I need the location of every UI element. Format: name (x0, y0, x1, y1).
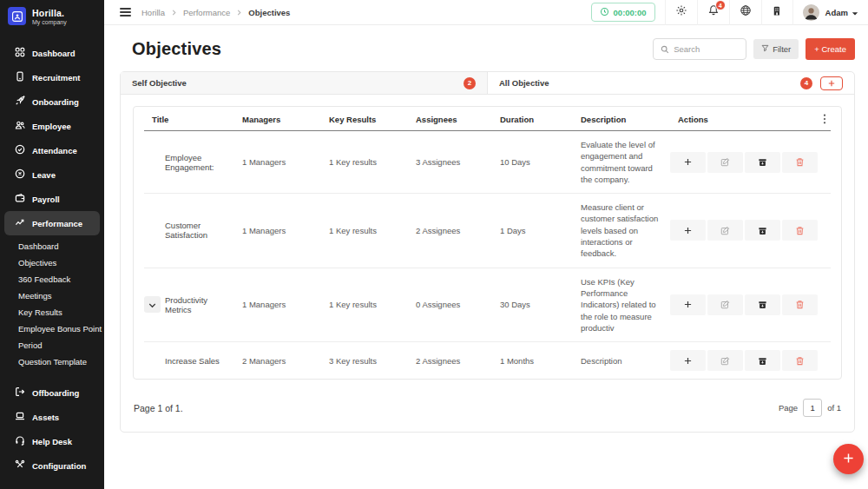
sidebar-item-onboarding[interactable]: Onboarding (0, 89, 104, 114)
edit-button[interactable] (707, 294, 743, 315)
managers-cell: 1 Managers (234, 300, 321, 309)
sidebar-item-label: Employee (32, 122, 71, 131)
filter-button[interactable]: Filter (753, 39, 799, 59)
sidebar-item-employee[interactable]: Employee (0, 114, 104, 138)
sidebar-item-performance[interactable]: Performance (4, 211, 100, 235)
add-key-result-button[interactable] (670, 350, 706, 371)
sidebar-item-label: Configuration (32, 461, 86, 471)
sidebar-item-assets[interactable]: Assets (0, 405, 104, 429)
hamburger-menu-icon[interactable] (120, 8, 131, 17)
objective-title: Customer Satisfaction (165, 221, 234, 240)
quick-add-fab-button[interactable] (833, 444, 864, 474)
sidebar-item-attendance[interactable]: Attendance (0, 138, 104, 162)
notifications-button[interactable]: 4 (697, 0, 729, 25)
archive-button[interactable] (745, 350, 780, 371)
objective-title: Employee Engagement: (165, 153, 234, 172)
language-button[interactable] (729, 0, 761, 25)
submenu-item-key-results[interactable]: Key Results (0, 304, 104, 320)
brand-name: Horilla. (32, 8, 67, 18)
archive-button[interactable] (745, 152, 780, 173)
tools-icon (15, 459, 25, 472)
archive-button[interactable] (745, 294, 780, 315)
sidebar-item-label: Assets (32, 413, 59, 422)
chevron-right-icon (236, 8, 242, 17)
column-header-assignees: Assignees (408, 115, 492, 124)
people-icon (15, 120, 25, 132)
submenu-item-dashboard[interactable]: Dashboard (0, 238, 104, 254)
delete-button[interactable] (782, 152, 818, 173)
delete-button[interactable] (782, 220, 818, 241)
breadcrumb-objectives[interactable]: Objectives (248, 8, 290, 17)
sidebar-item-label: Offboarding (32, 388, 79, 398)
laptop-icon (15, 411, 25, 423)
create-button[interactable]: + Create (806, 38, 855, 60)
column-header-actions: Actions (670, 115, 818, 124)
breadcrumb-horilla[interactable]: Horilla (141, 8, 165, 17)
submenu-item-360-feedback[interactable]: 360 Feedback (0, 271, 104, 287)
tab-all-objective[interactable]: All Objective 4 (488, 72, 854, 94)
tab-self-objective[interactable]: Self Objective 2 (121, 72, 488, 94)
assignees-cell: 3 Assignees (408, 157, 492, 167)
check-in-timer-button[interactable]: 00:00:00 (591, 3, 655, 22)
attendance-timer: 00:00:00 (582, 0, 665, 25)
gear-icon (675, 4, 687, 20)
funnel-icon (761, 44, 769, 54)
search-box (653, 38, 746, 60)
globe-icon (740, 4, 752, 20)
settings-button[interactable] (665, 0, 697, 25)
timer-value: 00:00:00 (614, 8, 647, 17)
edit-button[interactable] (707, 220, 743, 241)
edit-button[interactable] (707, 350, 743, 371)
sidebar-item-help-desk[interactable]: Help Desk (0, 429, 104, 453)
page-number-input[interactable] (803, 399, 822, 417)
exit-icon (15, 387, 25, 399)
page-of-label: of 1 (827, 403, 841, 413)
sidebar-item-offboarding[interactable]: Offboarding (0, 380, 104, 405)
sidebar-item-label: Performance (32, 219, 82, 228)
duration-cell: 30 Days (492, 300, 573, 309)
add-key-result-button[interactable] (670, 220, 706, 241)
device-icon (15, 71, 25, 83)
submenu-item-period[interactable]: Period (0, 337, 104, 354)
edit-button[interactable] (707, 152, 743, 173)
add-key-result-button[interactable] (670, 152, 706, 173)
delete-button[interactable] (782, 350, 818, 371)
table-header-row: Title Managers Key Results Assignees Dur… (144, 107, 831, 131)
column-options-kebab-icon[interactable] (818, 114, 832, 124)
delete-button[interactable] (782, 294, 818, 315)
archive-button[interactable] (745, 220, 780, 241)
table-row: Customer Satisfaction 1 Managers 1 Key r… (144, 194, 831, 268)
sidebar-item-label: Dashboard (32, 49, 76, 58)
description-cell: Use KPIs (Key Performance Indicators) re… (573, 276, 670, 334)
sidebar-item-leave[interactable]: Leave (0, 162, 104, 187)
bell-icon: 4 (707, 4, 720, 20)
add-objective-button[interactable] (820, 76, 843, 90)
objective-title: Increase Sales (165, 356, 220, 366)
sidebar-item-configuration[interactable]: Configuration (0, 453, 104, 478)
submenu-item-employee-bonus-point[interactable]: Employee Bonus Point (0, 320, 104, 337)
key-results-cell: 3 Key results (321, 356, 408, 366)
company-button[interactable] (761, 0, 792, 25)
column-header-description: Description (573, 115, 670, 124)
user-menu[interactable]: Adam (792, 0, 868, 25)
expand-row-button[interactable] (144, 296, 161, 313)
wallet-icon (15, 193, 25, 205)
performance-submenu: Dashboard Objectives 360 Feedback Meetin… (0, 235, 104, 375)
submenu-item-question-template[interactable]: Question Template (0, 354, 104, 370)
sidebar-item-recruitment[interactable]: Recruitment (0, 65, 104, 89)
search-input[interactable] (674, 44, 739, 54)
check-circle-icon (15, 144, 25, 156)
submenu-item-objectives[interactable]: Objectives (0, 254, 104, 271)
brand-logo[interactable]: Horilla. My company (0, 0, 104, 30)
breadcrumb: Horilla Performance Objectives (141, 8, 290, 17)
plus-icon (843, 453, 854, 466)
sidebar-item-dashboard[interactable]: Dashboard (0, 41, 104, 65)
submenu-item-meetings[interactable]: Meetings (0, 287, 104, 304)
sidebar-item-payroll[interactable]: Payroll (0, 187, 104, 211)
breadcrumb-performance[interactable]: Performance (183, 8, 230, 17)
user-name: Adam (825, 8, 848, 17)
pagination-bar: Page 1 of 1. Page of 1 (121, 390, 854, 432)
self-objective-count-badge: 2 (464, 77, 476, 89)
tab-label: All Objective (499, 78, 549, 88)
add-key-result-button[interactable] (670, 294, 706, 315)
